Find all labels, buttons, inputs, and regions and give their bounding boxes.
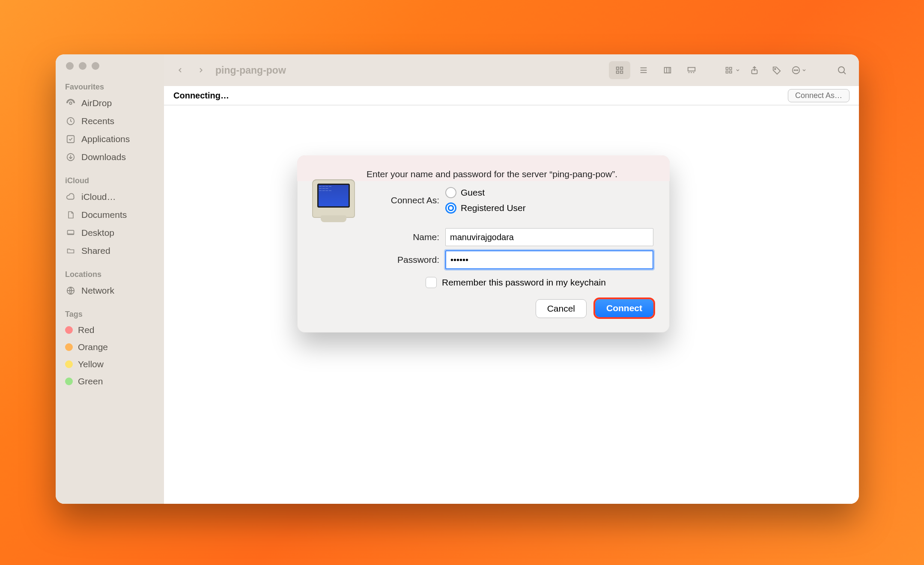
sidebar-section-locations: Locations xyxy=(56,268,164,282)
sidebar-item-desktop[interactable]: Desktop xyxy=(56,224,164,242)
share-button[interactable] xyxy=(745,61,764,79)
group-by-button[interactable] xyxy=(723,61,742,79)
search-button[interactable] xyxy=(832,61,851,79)
server-auth-dialog: — — — —— — —— — — — Enter your name and … xyxy=(297,155,670,333)
list-view-button[interactable] xyxy=(633,61,654,79)
svg-point-22 xyxy=(838,67,844,73)
sidebar: Favourites AirDrop Recents Applications xyxy=(56,54,164,504)
sidebar-item-shared[interactable]: Shared xyxy=(56,242,164,260)
radio-icon xyxy=(445,202,456,214)
desktop-icon xyxy=(65,227,76,238)
sidebar-item-icloud-drive[interactable]: iCloud… xyxy=(56,188,164,206)
close-window-icon[interactable] xyxy=(66,62,74,70)
applications-icon xyxy=(65,134,76,145)
status-bar: Connecting… Connect As… xyxy=(164,86,859,105)
svg-rect-6 xyxy=(617,67,619,70)
tag-dot-icon xyxy=(65,360,73,368)
document-icon xyxy=(65,209,76,220)
svg-rect-10 xyxy=(665,68,671,73)
sidebar-item-label: Yellow xyxy=(78,359,104,369)
svg-rect-15 xyxy=(730,71,732,73)
sidebar-item-label: Desktop xyxy=(81,228,114,238)
zoom-window-icon[interactable] xyxy=(92,62,99,70)
connect-button[interactable]: Connect xyxy=(595,299,653,317)
svg-rect-8 xyxy=(617,71,619,74)
remember-keychain-option[interactable]: Remember this password in my keychain xyxy=(426,277,653,288)
connection-status-text: Connecting… xyxy=(173,91,229,101)
dialog-message: Enter your name and password for the ser… xyxy=(367,168,653,180)
svg-rect-14 xyxy=(730,67,732,69)
sidebar-item-label: Green xyxy=(78,376,103,387)
sidebar-section-icloud: iCloud xyxy=(56,175,164,188)
tag-dot-icon xyxy=(65,343,73,351)
svg-rect-11 xyxy=(688,68,695,71)
airdrop-icon xyxy=(65,98,76,109)
sidebar-item-label: AirDrop xyxy=(81,98,112,108)
server-computer-icon: — — — —— — —— — — — xyxy=(310,171,357,218)
sidebar-item-recents[interactable]: Recents xyxy=(56,112,164,130)
forward-button[interactable] xyxy=(192,62,209,79)
back-button[interactable] xyxy=(172,62,189,79)
download-icon xyxy=(65,152,76,163)
sidebar-section-favourites: Favourites xyxy=(56,81,164,94)
sidebar-item-network[interactable]: Network xyxy=(56,282,164,300)
sidebar-item-documents[interactable]: Documents xyxy=(56,206,164,224)
tags-button[interactable] xyxy=(767,61,786,79)
svg-point-19 xyxy=(794,70,795,71)
sidebar-item-label: Orange xyxy=(78,342,108,352)
sidebar-item-label: Shared xyxy=(81,246,110,256)
sidebar-tag-yellow[interactable]: Yellow xyxy=(56,356,164,373)
svg-point-0 xyxy=(69,102,72,104)
view-mode-group xyxy=(608,60,703,80)
radio-icon xyxy=(445,187,456,198)
sidebar-item-label: Recents xyxy=(81,116,114,126)
checkbox-label: Remember this password in my keychain xyxy=(442,277,606,288)
clock-icon xyxy=(65,116,76,127)
sidebar-item-label: Documents xyxy=(81,210,127,220)
tag-dot-icon xyxy=(65,326,73,334)
svg-rect-2 xyxy=(67,136,75,143)
sidebar-tag-green[interactable]: Green xyxy=(56,373,164,390)
svg-rect-9 xyxy=(620,71,623,74)
sidebar-item-label: Applications xyxy=(81,134,130,144)
connect-as-guest-option[interactable]: Guest xyxy=(445,187,526,198)
sidebar-item-applications[interactable]: Applications xyxy=(56,130,164,148)
radio-label: Registered User xyxy=(461,203,526,213)
name-label: Name: xyxy=(367,232,445,242)
icon-view-button[interactable] xyxy=(609,61,630,79)
window-controls xyxy=(56,62,164,70)
svg-rect-13 xyxy=(726,71,728,73)
sidebar-item-label: Network xyxy=(81,285,114,296)
sidebar-item-airdrop[interactable]: AirDrop xyxy=(56,94,164,112)
finder-window: Favourites AirDrop Recents Applications xyxy=(56,54,859,504)
sidebar-tag-orange[interactable]: Orange xyxy=(56,339,164,356)
folder-title: ping-pang-pow xyxy=(215,65,286,76)
network-icon xyxy=(65,285,76,296)
svg-rect-12 xyxy=(726,67,728,69)
toolbar: ping-pang-pow xyxy=(164,54,859,86)
svg-point-21 xyxy=(797,70,798,71)
cancel-button[interactable]: Cancel xyxy=(536,299,587,318)
checkbox-icon xyxy=(426,277,437,288)
name-input[interactable] xyxy=(445,228,653,246)
connect-as-registered-option[interactable]: Registered User xyxy=(445,202,526,214)
password-label: Password: xyxy=(367,255,445,265)
password-input[interactable] xyxy=(445,250,653,269)
action-menu-button[interactable] xyxy=(790,61,808,79)
connect-as-button[interactable]: Connect As… xyxy=(788,89,849,102)
column-view-button[interactable] xyxy=(657,61,678,79)
sidebar-section-tags: Tags xyxy=(56,308,164,321)
sidebar-tag-red[interactable]: Red xyxy=(56,321,164,339)
connect-as-label: Connect As: xyxy=(367,195,445,205)
gallery-view-button[interactable] xyxy=(681,61,702,79)
minimize-window-icon[interactable] xyxy=(79,62,86,70)
sidebar-item-downloads[interactable]: Downloads xyxy=(56,148,164,166)
svg-point-17 xyxy=(775,68,776,70)
radio-label: Guest xyxy=(461,187,485,198)
cloud-icon xyxy=(65,191,76,202)
shared-folder-icon xyxy=(65,245,76,256)
sidebar-item-label: Downloads xyxy=(81,152,126,162)
sidebar-item-label: Red xyxy=(78,325,95,335)
svg-rect-7 xyxy=(620,67,623,70)
tag-dot-icon xyxy=(65,378,73,385)
